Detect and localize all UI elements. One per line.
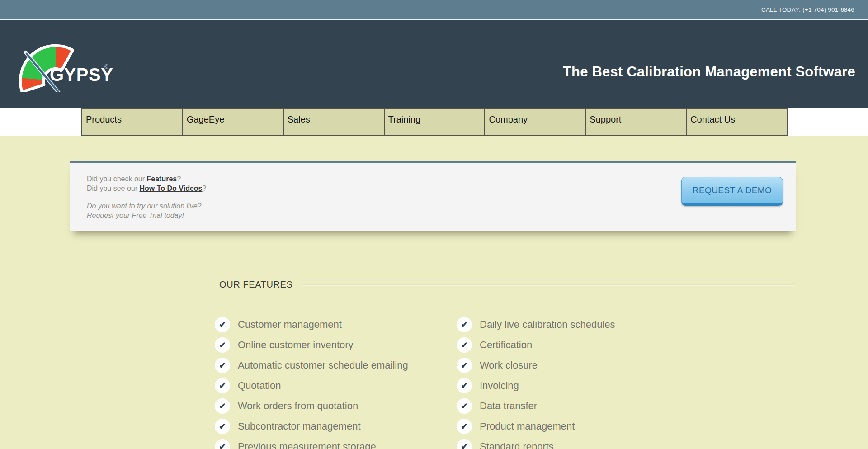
check-icon: ✔ (457, 439, 472, 449)
check-icon: ✔ (457, 378, 472, 393)
nav-item-training[interactable]: Training (385, 109, 486, 135)
demo-button-label-pre: RE (693, 185, 705, 195)
topbar: CALL TODAY: (+1 704) 901-6846 (0, 0, 868, 20)
feature-item: ✔Daily live calibration schedules (457, 317, 698, 332)
feature-item: ✔Online customer inventory (215, 337, 457, 353)
feature-item: ✔Previous measurement storage (215, 439, 457, 449)
feature-label: Customer management (238, 319, 342, 331)
feature-item: ✔Work orders from quotation (215, 398, 457, 414)
nav-item-contact-us[interactable]: Contact Us (687, 109, 787, 135)
nav-item-products[interactable]: Products (82, 109, 183, 135)
demo-button-label-q: Q (705, 185, 712, 195)
check-icon: ✔ (215, 337, 230, 353)
check-icon: ✔ (457, 398, 472, 414)
nav-list: Products GageEye Sales Training Company … (81, 108, 788, 136)
feature-label: Work closure (480, 359, 538, 371)
feature-item: ✔Product management (457, 419, 698, 434)
check-icon: ✔ (457, 337, 472, 353)
callout-free-trial-text: Request your Free Trial today! (87, 211, 796, 220)
feature-label: Standard reports (480, 441, 554, 449)
call-today-text: CALL TODAY: (+1 704) 901-6846 (761, 6, 854, 13)
feature-item: ✔Subcontractor management (215, 419, 457, 434)
feature-item: ✔Customer management (215, 317, 457, 332)
check-icon: ✔ (215, 378, 230, 393)
check-icon: ✔ (215, 398, 230, 414)
check-icon: ✔ (215, 358, 230, 373)
callout-line1-suffix: ? (177, 175, 181, 183)
logo-text: GYPSY (50, 65, 113, 85)
nav-item-company[interactable]: Company (485, 109, 586, 135)
nav-item-gageeye[interactable]: GageEye (183, 109, 284, 135)
check-icon: ✔ (457, 317, 472, 332)
demo-button-label-post: UEST A DEMO (712, 185, 772, 195)
feature-label: Automatic customer schedule emailing (238, 359, 408, 371)
features-header: OUR FEATURES (219, 279, 795, 290)
feature-label: Quotation (238, 380, 281, 392)
check-icon: ✔ (457, 419, 472, 434)
feature-item: ✔Standard reports (457, 439, 698, 449)
main-content: Did you check our Features? Did you see … (0, 136, 868, 449)
request-demo-button[interactable]: REQUEST A DEMO (681, 177, 783, 206)
feature-item: ✔Certification (457, 337, 698, 353)
site-header: GYPSY © The Best Calibration Management … (0, 20, 868, 108)
features-heading: OUR FEATURES (219, 279, 292, 290)
nav-item-support[interactable]: Support (586, 109, 687, 135)
nav-item-sales[interactable]: Sales (284, 109, 385, 135)
feature-label: Online customer inventory (238, 339, 354, 351)
feature-label: Data transfer (480, 400, 537, 412)
features-column-right: ✔Daily live calibration schedules ✔Certi… (457, 317, 698, 449)
check-icon: ✔ (457, 358, 472, 373)
feature-item: ✔Automatic customer schedule emailing (215, 358, 457, 373)
feature-item: ✔Invoicing (457, 378, 698, 393)
main-nav: Products GageEye Sales Training Company … (0, 108, 868, 136)
feature-item: ✔Data transfer (457, 398, 698, 414)
feature-label: Invoicing (480, 380, 519, 392)
feature-label: Work orders from quotation (238, 400, 358, 412)
callout-line2-prefix: Did you see our (87, 184, 140, 192)
logo[interactable]: GYPSY © (0, 20, 163, 108)
callout-box: Did you check our Features? Did you see … (70, 161, 796, 231)
feature-label: Subcontractor management (238, 421, 361, 432)
features-column-left: ✔Customer management ✔Online customer in… (215, 317, 457, 449)
feature-item: ✔Work closure (457, 358, 698, 373)
check-icon: ✔ (215, 439, 230, 449)
feature-label: Daily live calibration schedules (480, 319, 615, 331)
check-icon: ✔ (215, 419, 230, 434)
logo-copyright-mark: © (104, 64, 108, 70)
tagline: The Best Calibration Management Software (563, 64, 855, 80)
check-icon: ✔ (215, 317, 230, 332)
features-grid: ✔Customer management ✔Online customer in… (215, 317, 868, 449)
feature-label: Certification (480, 339, 532, 351)
callout-line2-suffix: ? (202, 184, 206, 192)
features-link[interactable]: Features (147, 175, 177, 183)
callout-line1-prefix: Did you check our (87, 175, 147, 183)
feature-label: Product management (480, 421, 575, 432)
feature-label: Previous measurement storage (238, 441, 376, 449)
feature-item: ✔Quotation (215, 378, 457, 393)
how-to-do-videos-link[interactable]: How To Do Videos (140, 184, 203, 192)
heading-divider (302, 284, 795, 285)
